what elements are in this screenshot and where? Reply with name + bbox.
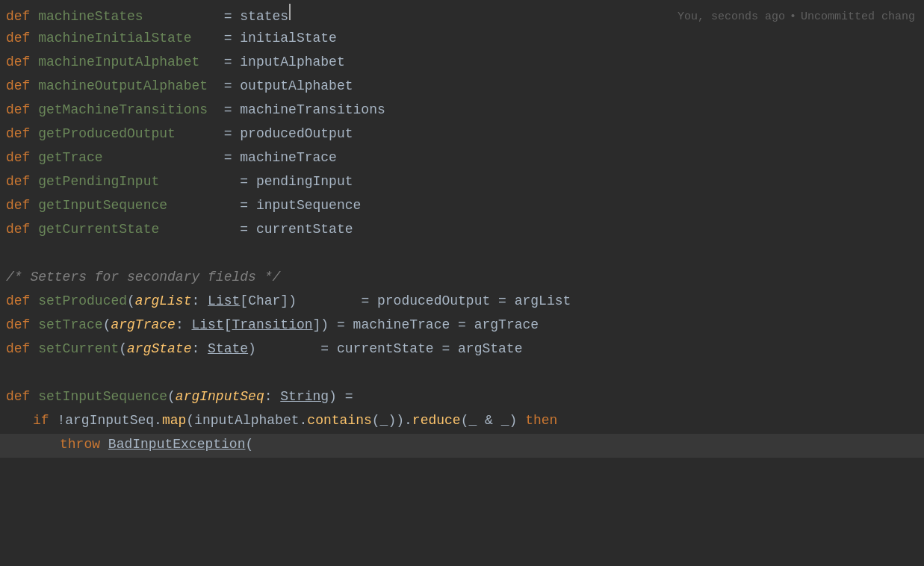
method-contains: contains [307, 411, 371, 432]
keyword-def-3: def [6, 52, 30, 73]
val-pendingInput: pendingInput [256, 172, 353, 193]
fn-getInputSequence: getInputSequence [38, 196, 167, 217]
equals-6: = [224, 124, 232, 145]
keyword-def-6: def [6, 124, 30, 145]
equals-13b: = [441, 339, 450, 360]
keyword-def-1: def [6, 7, 30, 28]
fn-setInputSequence: setInputSequence [38, 387, 167, 408]
fn-setTrace: setTrace [38, 315, 102, 336]
keyword-def-10: def [6, 220, 30, 240]
equals-9: = [240, 196, 248, 217]
val-machineTrace: machineTrace [240, 148, 337, 169]
line-2: def machineInitialState = initialState [0, 28, 924, 52]
colon-13: : [191, 339, 208, 360]
fn-getMachineTransitions: getMachineTransitions [38, 100, 208, 121]
val-argInputSeq-map: argInputSeq [65, 411, 154, 432]
header-info: You, seconds ago • Uncommitted chang [678, 3, 924, 31]
exclaim-15: ! [57, 411, 65, 432]
equals-14: = [345, 387, 353, 408]
bracket-close-11: ] [280, 291, 288, 312]
paren-reduce-close: ) [509, 411, 518, 432]
paren-open-14: ( [167, 387, 176, 408]
keyword-then-15: then [525, 411, 557, 432]
line-4: def machineOutputAlphabet = outputAlphab… [0, 75, 924, 99]
type-State-13: State [208, 339, 248, 360]
paren-close-14: ) [329, 387, 337, 408]
keyword-def-8: def [6, 172, 30, 193]
fn-getTrace: getTrace [38, 148, 102, 169]
line-9: def getInputSequence = inputSequence [0, 195, 924, 219]
dot-reduce: . [404, 411, 412, 432]
val-underscore-2: _ [468, 411, 477, 432]
comment-line-1: /* Setters for secondary fields */ [0, 267, 924, 290]
line-14: def setInputSequence ( argInputSeq : Str… [0, 386, 924, 410]
keyword-def-13: def [6, 339, 30, 360]
val-producedOutput: producedOutput [240, 124, 353, 145]
paren-map-close: ) [396, 411, 404, 432]
type-String-14: String [280, 387, 329, 408]
line-8: def getPendingInput = pendingInput [0, 171, 924, 195]
equals-4: = [224, 76, 232, 97]
author-text: You, seconds ago [678, 8, 785, 25]
keyword-def-12: def [6, 315, 30, 336]
val-argState-13: argState [458, 339, 522, 360]
equals-7: = [224, 148, 232, 169]
paren-close-11: ) [288, 291, 297, 312]
val-inputAlphabet: inputAlphabet [240, 52, 344, 73]
uncommitted-text: Uncommitted chang [801, 8, 915, 25]
fn-machineStates: machineStates [38, 7, 143, 28]
equals-3: = [224, 52, 232, 73]
equals-5: = [224, 100, 232, 121]
method-map: map [162, 411, 186, 432]
paren-close-13: ) [248, 339, 256, 360]
line-5: def getMachineTransitions = machineTrans… [0, 99, 924, 123]
line-3: def machineInputAlphabet = inputAlphabet [0, 52, 924, 75]
line-16: throw BadInputException ( [0, 434, 924, 458]
param-argList: argList [135, 291, 192, 312]
keyword-def-7: def [6, 148, 30, 169]
equals-12: = [337, 315, 345, 336]
param-argInputSeq: argInputSeq [176, 387, 264, 408]
keyword-def-11: def [6, 291, 30, 312]
equals-12b: = [458, 315, 466, 336]
equals-11: = [361, 291, 369, 312]
param-argTrace: argTrace [111, 315, 175, 336]
keyword-if-15: if [33, 411, 49, 432]
fn-setCurrent: setCurrent [38, 339, 119, 360]
fn-getPendingInput: getPendingInput [38, 172, 159, 193]
val-currentState-13: currentState [337, 339, 434, 360]
keyword-def-9: def [6, 196, 30, 217]
paren-reduce-open: ( [461, 411, 469, 432]
colon-11: : [191, 291, 208, 312]
type-Char-11: Char [248, 291, 280, 312]
line-13: def setCurrent ( argState : State ) = cu… [0, 338, 924, 362]
fn-getCurrentState: getCurrentState [38, 220, 159, 240]
equals-13: = [320, 339, 329, 360]
val-currentState: currentState [256, 220, 353, 240]
val-argTrace-12: argTrace [474, 315, 539, 336]
blank-line-1 [0, 243, 924, 267]
val-producedOutput-11: producedOutput [377, 291, 490, 312]
line-10: def getCurrentState = currentState [0, 219, 924, 243]
type-Transition-12: Transition [232, 315, 313, 336]
val-machineTransitions: machineTransitions [240, 100, 385, 121]
paren-exception-open: ( [245, 435, 253, 455]
line-7: def getTrace = machineTrace [0, 147, 924, 171]
paren-open-13: ( [119, 339, 127, 360]
val-argList-11: argList [515, 291, 571, 312]
bracket-close-12: ] [313, 315, 321, 336]
bracket-open-12: [ [224, 315, 232, 336]
val-outputAlphabet: outputAlphabet [240, 76, 353, 97]
val-underscore-1: _ [380, 411, 388, 432]
method-reduce: reduce [412, 411, 461, 432]
fn-machineInputAlphabet: machineInputAlphabet [38, 52, 199, 73]
equals-1: = [224, 7, 232, 28]
text-cursor [289, 4, 291, 20]
paren-open-12: ( [103, 315, 111, 336]
line-12: def setTrace ( argTrace : List [ Transit… [0, 314, 924, 338]
cls-BadInputException: BadInputException [108, 435, 246, 455]
line-6: def getProducedOutput = producedOutput [0, 123, 924, 147]
comment-text-1: /* Setters for secondary fields */ [6, 267, 280, 288]
keyword-def-5: def [6, 100, 30, 121]
equals-10: = [240, 220, 248, 240]
